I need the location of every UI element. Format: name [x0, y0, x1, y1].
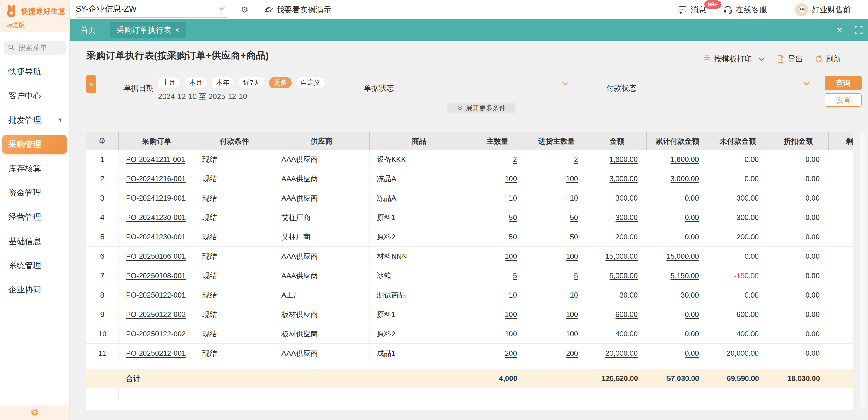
- po-link[interactable]: PO-20250122-001: [126, 291, 186, 299]
- paid-link[interactable]: 0.00: [685, 233, 699, 241]
- po-link[interactable]: PO-20250122-002: [126, 310, 186, 319]
- print-by-template-button[interactable]: 按模板打印: [703, 54, 765, 64]
- fullscreen-icon[interactable]: [849, 19, 868, 40]
- sidebar-item-库存核算[interactable]: 库存核算: [0, 157, 69, 180]
- in-qty-link[interactable]: 100: [566, 252, 578, 261]
- amount-link[interactable]: 600.00: [616, 310, 638, 319]
- vertical-scrollbar[interactable]: [860, 133, 865, 410]
- tab-home[interactable]: 首页: [80, 25, 96, 35]
- po-link[interactable]: PO-20241230-001: [126, 213, 186, 222]
- close-all-tabs-icon[interactable]: ×: [830, 19, 849, 40]
- amount-link[interactable]: 1,600.00: [610, 155, 638, 164]
- in-qty-link[interactable]: 10: [570, 194, 578, 202]
- export-button[interactable]: 导出: [776, 54, 803, 64]
- po-link[interactable]: PO-20250212-001: [126, 349, 186, 358]
- in-qty-link[interactable]: 100: [566, 174, 578, 183]
- messages-button[interactable]: 消息 99+: [678, 4, 706, 15]
- tab-active[interactable]: 采购订单执行表 ×: [110, 22, 186, 38]
- paid-link[interactable]: 15,000.00: [666, 252, 699, 261]
- in-qty-link[interactable]: 50: [570, 233, 578, 241]
- amount-link[interactable]: 15,000.00: [605, 252, 638, 261]
- topbar-gear-icon[interactable]: ⚙: [241, 5, 248, 15]
- refresh-button[interactable]: 刷新: [814, 54, 841, 64]
- user-name[interactable]: 好业财售前…: [812, 4, 859, 15]
- paid-link[interactable]: 0.00: [685, 349, 699, 358]
- po-link[interactable]: PO-20250106-001: [126, 252, 186, 261]
- amount-link[interactable]: 300.00: [616, 213, 638, 222]
- col-header-paid[interactable]: 累计付款金额: [647, 133, 708, 150]
- qty-link[interactable]: 200: [505, 349, 517, 358]
- paid-link[interactable]: 3,000.00: [671, 174, 699, 183]
- po-link[interactable]: PO-20250122-002: [126, 330, 186, 338]
- col-header-remaining[interactable]: 剩余: [829, 133, 854, 150]
- amount-link[interactable]: 200.00: [616, 233, 638, 241]
- in-qty-link[interactable]: 5: [574, 272, 578, 280]
- amount-link[interactable]: 300.00: [616, 194, 638, 202]
- in-qty-link[interactable]: 100: [566, 330, 578, 338]
- sidebar-item-系统管理[interactable]: 系统管理: [0, 253, 69, 278]
- paid-link[interactable]: 1,600.00: [671, 155, 699, 164]
- qty-link[interactable]: 10: [509, 194, 517, 202]
- sidebar-item-快捷导航[interactable]: 快捷导航: [0, 59, 69, 84]
- col-header-terms[interactable]: 付款条件: [195, 133, 274, 150]
- po-link[interactable]: PO-20241219-001: [126, 194, 186, 202]
- col-header-supplier[interactable]: 供应商: [274, 133, 370, 150]
- col-header-po[interactable]: 采购订单: [119, 133, 195, 150]
- amount-link[interactable]: 400.00: [616, 330, 638, 338]
- col-header-amount[interactable]: 金额: [587, 133, 647, 150]
- date-preset-pill[interactable]: 上月: [157, 77, 180, 88]
- filter-collapse-button[interactable]: »: [86, 75, 96, 93]
- menu-search-box[interactable]: [4, 40, 66, 55]
- amount-link[interactable]: 3,000.00: [610, 174, 638, 183]
- in-qty-link[interactable]: 200: [566, 349, 578, 358]
- sidebar-item-采购管理[interactable]: 采购管理: [2, 135, 67, 153]
- in-qty-link[interactable]: 100: [566, 310, 578, 319]
- doc-status-select[interactable]: [399, 76, 571, 91]
- tab-close-icon[interactable]: ×: [175, 26, 179, 34]
- date-preset-pill[interactable]: 近7天: [238, 77, 265, 88]
- pay-status-select[interactable]: [641, 76, 812, 91]
- paid-link[interactable]: 0.00: [685, 213, 699, 222]
- sidebar-item-基础信息[interactable]: 基础信息: [0, 229, 69, 253]
- qty-link[interactable]: 100: [505, 330, 517, 338]
- col-header-qty[interactable]: 主数量: [469, 133, 526, 150]
- qty-link[interactable]: 2: [513, 155, 517, 164]
- print-chevron-down-icon[interactable]: [758, 57, 765, 61]
- amount-link[interactable]: 20,000.00: [605, 349, 638, 358]
- in-qty-link[interactable]: 50: [570, 213, 578, 222]
- settings-gear-icon[interactable]: ⚙: [31, 408, 39, 417]
- menu-search-input[interactable]: [18, 43, 64, 52]
- sidebar-item-企业协同[interactable]: 企业协同: [0, 278, 69, 302]
- date-preset-pill[interactable]: 本年: [211, 77, 234, 88]
- paid-link[interactable]: 0.00: [685, 194, 699, 202]
- qty-link[interactable]: 100: [505, 310, 517, 319]
- po-link[interactable]: PO-20241230-001: [126, 233, 186, 241]
- date-range-value[interactable]: 2024-12-10 至 2025-12-10: [158, 91, 247, 102]
- po-link[interactable]: PO-20241216-001: [126, 174, 186, 183]
- in-qty-link[interactable]: 2: [574, 155, 578, 164]
- org-select[interactable]: SY-企业信息-ZW: [76, 2, 227, 18]
- query-button[interactable]: 查询: [825, 76, 862, 90]
- col-header-discount[interactable]: 折扣金额: [768, 133, 829, 150]
- demo-link[interactable]: 我要看实例演示: [264, 4, 332, 15]
- col-header-product[interactable]: 商品: [370, 133, 469, 150]
- po-link[interactable]: PO-20241211-001: [126, 155, 185, 164]
- expand-more-button[interactable]: 展开更多条件: [447, 103, 515, 113]
- settings-button[interactable]: 设置: [825, 93, 862, 107]
- date-preset-pill[interactable]: 本月: [184, 77, 207, 88]
- support-button[interactable]: 在线客服: [723, 4, 767, 15]
- user-avatar[interactable]: [795, 3, 808, 16]
- in-qty-link[interactable]: 10: [570, 291, 578, 299]
- qty-link[interactable]: 50: [509, 213, 517, 222]
- sidebar-item-客户中心[interactable]: 客户中心: [0, 84, 69, 108]
- po-link[interactable]: PO-20250108-001: [126, 272, 186, 280]
- qty-link[interactable]: 50: [509, 233, 517, 241]
- sidebar-item-批发管理[interactable]: 批发管理▼: [0, 108, 69, 132]
- column-settings-gear-icon[interactable]: ⚙: [86, 133, 119, 150]
- paid-link[interactable]: 30.00: [681, 291, 699, 299]
- amount-link[interactable]: 5,000.00: [610, 272, 638, 280]
- sidebar-item-资金管理[interactable]: 资金管理: [0, 180, 69, 205]
- date-preset-pill[interactable]: 自定义: [296, 77, 326, 88]
- qty-link[interactable]: 5: [513, 272, 517, 280]
- qty-link[interactable]: 10: [509, 291, 517, 299]
